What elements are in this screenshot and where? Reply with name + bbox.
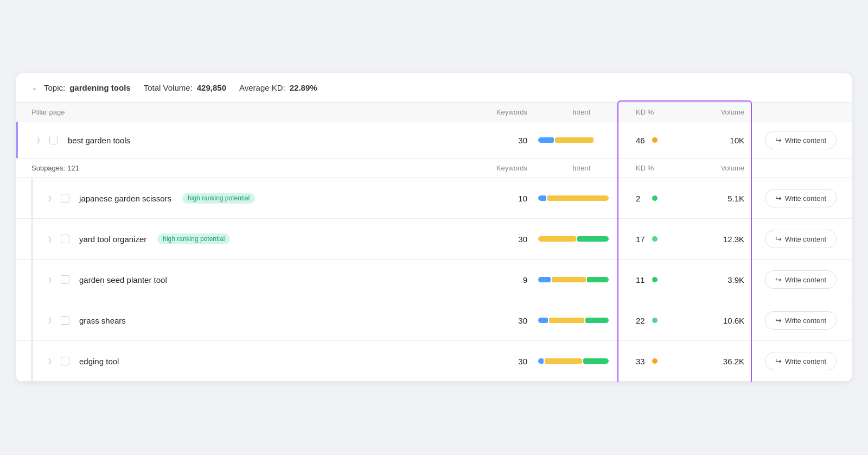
main-container: ⌄ Topic: gardening tools Total Volume: 4… [16,73,852,382]
subpage-row-left: 〉 garden seed planter tool [31,274,484,285]
subpage-intent-bar-wrapper [538,358,625,364]
subpage-row: 〉 japanese garden scissors high ranking … [16,178,852,219]
sub-intent-header: Intent [538,164,625,172]
sub-volume-header: Volume [685,164,750,172]
intent-segment [538,195,546,201]
subpage-row: 〉 garden seed planter tool 9 11 3.9K ↪ W… [16,260,852,300]
intent-col-header: Intent [538,108,625,116]
subpage-kd-val: 11 [636,275,649,285]
sub-keywords-header: Keywords [484,164,538,172]
subpage-kd-dot [652,318,658,323]
subpage-name: edging tool [79,357,119,366]
pillar-page-col-header: Pillar page [31,108,484,116]
subpage-checkbox[interactable] [61,316,69,325]
intent-segment [547,195,609,201]
subpage-row-left: 〉 japanese garden scissors high ranking … [31,193,484,204]
subpage-write-content-btn[interactable]: ↪ Write content [765,270,837,289]
subpage-write-label: Write content [785,357,826,365]
subpage-row-left: 〉 edging tool [31,356,484,366]
subpage-keywords: 30 [484,316,538,325]
subpage-name: yard tool organizer [79,235,146,244]
write-arrow-icon: ↪ [775,275,782,284]
subpage-actions: ↪ Write content [750,270,837,289]
subpage-keywords: 30 [484,235,538,244]
pillar-intent-bar [538,137,625,143]
subpage-checkbox[interactable] [61,357,69,365]
subpage-checkbox[interactable] [61,235,69,243]
subpage-intent-bar [538,358,609,364]
write-arrow-icon: ↪ [775,316,782,325]
subpage-rows-container: 〉 japanese garden scissors high ranking … [16,178,852,382]
subpage-kd-dot [652,236,658,242]
subpage-write-content-btn[interactable]: ↪ Write content [765,230,837,248]
intent-segment [538,277,551,282]
subpage-expand-btn[interactable]: 〉 [44,233,55,244]
intent-segment [577,236,609,242]
subpage-expand-btn[interactable]: 〉 [44,193,55,204]
subpage-kd-col: 33 [625,357,685,366]
table-wrapper: Pillar page Keywords Intent KD % Volume … [16,103,852,382]
subpage-keywords: 10 [484,194,538,203]
pillar-row: 〉 best garden tools 30 46 10K ↪ Write co… [16,122,852,158]
subpage-kd-val: 33 [636,357,649,366]
subpage-keywords: 30 [484,357,538,366]
subpages-label: Subpages: [31,164,65,172]
subpage-kd-col: 11 [625,275,685,285]
intent-segment [587,277,609,282]
subpage-intent-bar-wrapper [538,318,625,323]
intent-segment [583,358,609,364]
total-volume-value: 429,850 [197,83,226,92]
subpage-kd-col: 2 [625,194,685,203]
subpage-write-label: Write content [785,194,826,203]
write-content-arrow-icon: ↪ [775,136,782,144]
subpage-kd-col: 22 [625,316,685,325]
intent-segment [538,358,544,364]
collapse-chevron[interactable]: ⌄ [31,84,37,92]
pillar-actions: ↪ Write content [750,131,837,149]
intent-segment [545,358,582,364]
write-arrow-icon: ↪ [775,235,782,243]
pillar-row-left: 〉 best garden tools [33,135,484,146]
subpage-volume: 5.1K [685,194,750,203]
intent-segment [585,318,609,323]
kd-col-header: KD % [625,108,685,116]
subpage-kd-dot [652,358,658,364]
subpage-intent-bar [538,236,609,242]
subpage-kd-dot [652,195,658,201]
pillar-keywords: 30 [484,136,538,145]
subpage-write-label: Write content [785,317,826,325]
pillar-write-content-btn[interactable]: ↪ Write content [765,131,837,149]
subpage-write-content-btn[interactable]: ↪ Write content [765,311,837,330]
subpage-write-label: Write content [785,235,826,243]
subpage-write-content-btn[interactable]: ↪ Write content [765,189,837,207]
subpage-checkbox[interactable] [61,194,69,203]
subpage-intent-bar-wrapper [538,195,625,201]
subpage-write-content-btn[interactable]: ↪ Write content [765,352,837,370]
pillar-col-headers: Pillar page Keywords Intent KD % Volume [16,103,852,122]
subpage-expand-btn[interactable]: 〉 [44,315,55,326]
subpage-row: 〉 yard tool organizer high ranking poten… [16,219,852,260]
topic-label: Topic: [44,83,65,92]
pillar-kd-dot [652,137,658,143]
subpage-row: 〉 grass shears 30 22 10.6K ↪ Write conte… [16,300,852,341]
subpages-count: 121 [67,164,79,172]
subpage-kd-dot [652,277,658,282]
sub-kd-header: KD % [625,164,685,172]
subpage-expand-btn[interactable]: 〉 [44,274,55,285]
subpage-keywords: 9 [484,275,538,285]
subpage-intent-bar-wrapper [538,236,625,242]
avg-kd-label: Average KD: [239,83,285,92]
subpage-write-label: Write content [785,276,826,284]
pillar-checkbox[interactable] [49,136,58,144]
pillar-page-name: best garden tools [68,136,130,145]
subpage-checkbox[interactable] [61,275,69,284]
write-arrow-icon: ↪ [775,357,782,365]
subpage-name: garden seed planter tool [79,275,167,285]
pillar-expand-btn[interactable]: 〉 [33,135,44,146]
subpage-intent-bar [538,195,609,201]
intent-segment [538,236,576,242]
subpage-kd-col: 17 [625,235,685,244]
ranking-badge: high ranking potential [157,233,230,244]
avg-kd-value: 22.89% [290,83,317,92]
subpage-expand-btn[interactable]: 〉 [44,356,55,366]
